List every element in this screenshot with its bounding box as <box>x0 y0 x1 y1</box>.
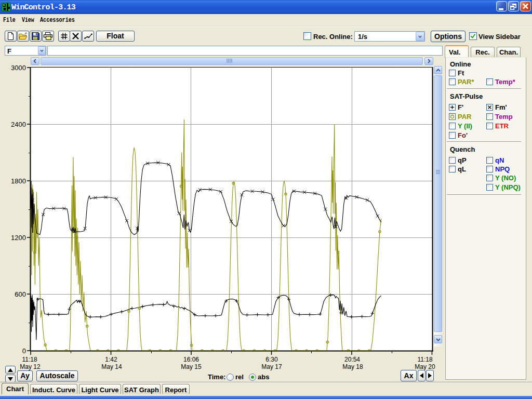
svg-text:11:18: 11:18 <box>417 356 432 363</box>
svg-text:May 15: May 15 <box>181 363 202 370</box>
svg-text:1800: 1800 <box>11 177 26 185</box>
svg-text:0: 0 <box>22 347 26 355</box>
svg-text:16:06: 16:06 <box>183 356 199 363</box>
svg-text:May 17: May 17 <box>261 363 282 370</box>
svg-text:May 18: May 18 <box>342 363 363 370</box>
svg-text:2400: 2400 <box>11 121 26 128</box>
svg-text:1:42: 1:42 <box>105 356 117 363</box>
svg-text:3000: 3000 <box>11 64 26 72</box>
svg-text:May 14: May 14 <box>101 363 122 370</box>
svg-text:May 12: May 12 <box>20 363 41 370</box>
svg-text:11:18: 11:18 <box>22 356 37 363</box>
svg-text:1200: 1200 <box>11 234 26 242</box>
svg-text:May 20: May 20 <box>415 363 435 370</box>
svg-text:6:30: 6:30 <box>265 356 278 363</box>
svg-text:20:54: 20:54 <box>344 356 360 363</box>
svg-text:600: 600 <box>15 290 26 298</box>
